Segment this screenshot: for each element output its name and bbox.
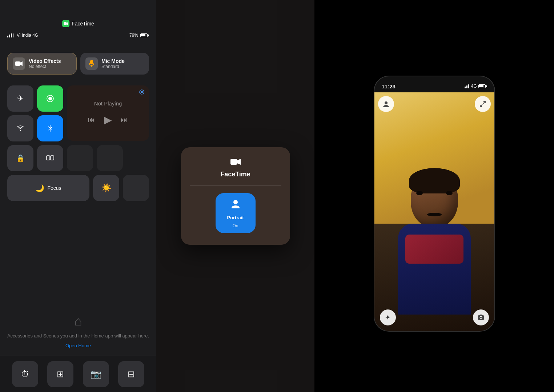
call-video-area: ✦ <box>374 92 494 331</box>
expand-button[interactable] <box>475 96 491 112</box>
svg-rect-2 <box>15 61 20 66</box>
svg-marker-3 <box>20 61 23 66</box>
prev-track-button[interactable]: ⏮ <box>88 116 95 124</box>
now-playing-controls: ⏮ ▶ ⏭ <box>88 114 128 126</box>
calculator-dock-button[interactable]: ⊞ <box>47 361 73 387</box>
control-row-2: 🔒 <box>7 145 149 171</box>
camera-dock-button[interactable]: 📷 <box>83 361 109 387</box>
control-generic-1[interactable] <box>67 145 93 171</box>
facetime-popup-panel: FaceTime Portrait On <box>156 0 314 392</box>
focus-label: Focus <box>47 185 61 191</box>
control-grid: ✈ <box>7 85 149 205</box>
facetime-badge: FaceTime <box>62 20 94 27</box>
popup-header: FaceTime <box>220 157 250 178</box>
eye-left <box>416 191 423 195</box>
video-effects-icon <box>13 57 25 70</box>
person-hair <box>409 168 460 193</box>
popup-divider <box>190 185 281 186</box>
portrait-label: Portrait <box>227 215 244 220</box>
svg-point-15 <box>233 200 238 204</box>
popup-title: FaceTime <box>220 171 250 178</box>
mobile-data-button[interactable] <box>37 85 63 112</box>
mic-mode-text: Mic Mode Standard <box>101 58 125 69</box>
body-design <box>405 235 463 264</box>
video-effects-text: Video Effects No effect <box>29 58 61 69</box>
bottom-dock: ⏱ ⊞ 📷 ⊟ <box>0 356 156 392</box>
svg-point-20 <box>480 317 482 318</box>
control-generic-2[interactable] <box>97 145 123 171</box>
person-head <box>411 171 458 227</box>
home-section: ⌂ Accessories and Scenes you add in the … <box>0 313 156 349</box>
effects-star-button[interactable]: ✦ <box>380 309 396 325</box>
svg-rect-4 <box>90 60 93 64</box>
screen-mirror-button[interactable] <box>37 145 63 171</box>
star-icon: ✦ <box>385 313 390 321</box>
person-figure <box>384 149 485 331</box>
facetime-call-panel: 11:23 4G <box>314 0 554 392</box>
flip-camera-button[interactable] <box>473 309 489 325</box>
screen-lock-button[interactable]: 🔒 <box>7 145 33 171</box>
phone-signal <box>465 84 469 88</box>
svg-rect-11 <box>47 156 50 160</box>
control-center-panel: FaceTime Vi India 4G 79% <box>0 0 156 392</box>
play-button[interactable]: ▶ <box>104 114 112 126</box>
phone-time: 11:23 <box>382 83 396 89</box>
svg-rect-13 <box>230 159 237 165</box>
brightness-button[interactable]: ☀️ <box>93 175 119 201</box>
focus-button[interactable]: 🌙 Focus <box>7 175 89 201</box>
phone-carrier: 4G <box>471 84 477 89</box>
person-body <box>398 224 471 315</box>
next-track-button[interactable]: ⏭ <box>121 116 128 124</box>
phone-status-bar: 11:23 4G <box>374 76 494 92</box>
open-home-link[interactable]: Open Home <box>65 343 91 348</box>
video-effects-button[interactable]: Video Effects No effect <box>7 53 77 75</box>
person-eyes <box>416 191 453 195</box>
control-generic-3[interactable] <box>123 175 149 201</box>
bluetooth-button[interactable] <box>37 115 63 141</box>
portrait-status: On <box>232 223 238 228</box>
svg-marker-14 <box>237 159 241 165</box>
svg-point-16 <box>385 101 388 104</box>
airplane-icon: ✈ <box>17 94 24 103</box>
svg-point-10 <box>141 91 143 93</box>
eye-right <box>446 191 453 195</box>
video-effects-label: Video Effects <box>29 58 61 64</box>
quick-toggle-row: Video Effects No effect Mic Mode Standar… <box>7 53 149 75</box>
qr-icon: ⊟ <box>128 369 135 379</box>
video-effects-sub: No effect <box>29 64 61 69</box>
qr-dock-button[interactable]: ⊟ <box>118 361 144 387</box>
svg-point-6 <box>48 97 52 100</box>
home-icon: ⌂ <box>74 313 82 329</box>
facetime-label: FaceTime <box>72 21 94 27</box>
svg-marker-1 <box>67 22 68 25</box>
facetime-icon <box>62 20 69 27</box>
airplane-mode-button[interactable]: ✈ <box>7 85 33 112</box>
popup-camera-icon <box>230 157 241 168</box>
mic-mode-label: Mic Mode <box>101 58 125 64</box>
control-row-1: ✈ <box>7 85 149 141</box>
now-playing-block[interactable]: Not Playing ⏮ ▶ ⏭ <box>67 85 149 141</box>
carrier-text: Vi India 4G <box>17 33 38 38</box>
brightness-icon: ☀️ <box>101 183 111 193</box>
svg-rect-0 <box>64 22 67 25</box>
mic-mode-icon <box>85 57 98 70</box>
svg-rect-12 <box>51 156 54 160</box>
wifi-button[interactable] <box>7 115 33 141</box>
contact-button[interactable] <box>378 96 394 112</box>
timer-icon: ⏱ <box>21 369 29 379</box>
calculator-icon: ⊞ <box>57 369 64 379</box>
airplay-icon <box>139 89 145 96</box>
home-description: Accessories and Scenes you add in the Ho… <box>7 332 149 340</box>
not-playing-label: Not Playing <box>94 100 122 107</box>
portrait-effect-wrapper: Portrait On <box>216 193 256 233</box>
phone-frame: 11:23 4G <box>374 76 494 331</box>
portrait-icon <box>230 198 241 212</box>
camera-dock-icon: 📷 <box>91 369 101 379</box>
mic-mode-sub: Standard <box>101 64 125 69</box>
control-row-3: 🌙 Focus ☀️ <box>7 175 149 201</box>
timer-dock-button[interactable]: ⏱ <box>12 361 38 387</box>
mic-mode-button[interactable]: Mic Mode Standard <box>80 53 149 75</box>
person-mustache <box>427 213 442 216</box>
portrait-effect-button[interactable]: Portrait On <box>216 193 256 233</box>
facetime-effects-popup: FaceTime Portrait On <box>181 147 290 245</box>
